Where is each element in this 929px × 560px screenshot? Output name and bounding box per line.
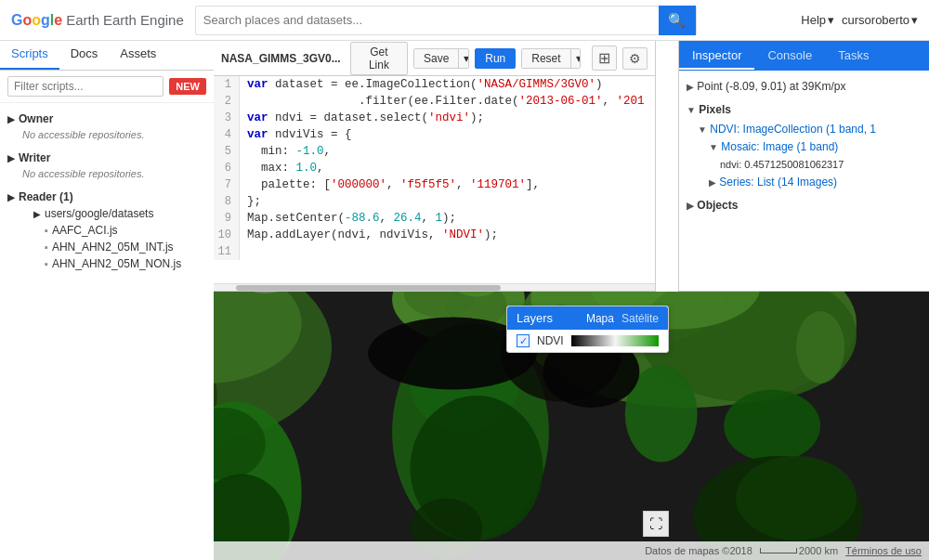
tab-assets[interactable]: Assets	[109, 41, 167, 70]
inspector-panel: Inspector Console Tasks ▶ Point (-8.09, …	[678, 41, 929, 292]
mosaic-item[interactable]: ▼ Mosaic: Image (1 band)	[687, 138, 922, 156]
code-lines: 1 var dataset = ee.ImageCollection('NASA…	[214, 76, 655, 260]
owner-label: Owner	[19, 112, 53, 125]
layers-title: Layers	[517, 311, 553, 325]
editor-scrollbar[interactable]	[214, 283, 655, 291]
reset-dropdown-button[interactable]: ▾	[571, 49, 581, 68]
ndvi-collection-label: NDVI: ImageCollection (1 band, 1	[710, 123, 876, 136]
logo: Google Earth Earth Engine	[11, 12, 184, 29]
code-line: 5 min: -1.0,	[214, 143, 655, 160]
owner-arrow: ▶	[7, 114, 15, 124]
file-icon: ▪	[45, 258, 48, 269]
user-dropdown-icon: ▾	[911, 13, 918, 27]
settings-button[interactable]: ⚙	[622, 47, 648, 70]
code-line: 7 palette: ['000000', 'f5f5f5', '119701'…	[214, 176, 655, 193]
objects-arrow: ▶	[687, 201, 694, 211]
search-button[interactable]: 🔍	[659, 6, 696, 35]
series-item[interactable]: ▶ Series: List (14 Images)	[687, 174, 922, 191]
terms-link[interactable]: Términos de uso	[845, 545, 922, 556]
pixels-header: ▼ Pixels	[687, 98, 922, 121]
reset-button-group: Reset ▾	[521, 48, 581, 69]
ndvi-checkbox[interactable]: ✓	[517, 334, 530, 347]
owner-section: ▶ Owner No accessible repositories.	[0, 107, 214, 146]
scripts-tree: ▶ Owner No accessible repositories. ▶ Wr…	[0, 103, 214, 560]
file-icon: ▪	[45, 241, 48, 253]
tab-tasks[interactable]: Tasks	[825, 43, 882, 70]
header-right: Help ▾ cursoroberto ▾	[801, 13, 918, 27]
pixels-arrow: ▼	[687, 105, 696, 115]
run-button[interactable]: Run	[475, 48, 516, 69]
code-editor[interactable]: 1 var dataset = ee.ImageCollection('NASA…	[214, 76, 655, 283]
logo-google: Google	[11, 12, 62, 29]
code-line: 11	[214, 243, 655, 260]
help-label: Help	[801, 13, 826, 27]
point-arrow: ▶	[687, 82, 694, 92]
search-icon: 🔍	[668, 12, 686, 29]
file-label: AHN_AHN2_05M_INT.js	[52, 241, 174, 254]
objects-header[interactable]: ▶ Objects	[687, 191, 922, 216]
owner-header[interactable]: ▶ Owner	[7, 111, 206, 127]
get-link-button[interactable]: Get Link	[350, 42, 408, 75]
file-label: AHN_AHN2_05M_NON.js	[52, 257, 181, 270]
file-icon: ▪	[45, 225, 48, 236]
file-label: AAFC_ACI.js	[52, 224, 118, 237]
grid-view-button[interactable]: ⊞	[592, 46, 617, 71]
svg-point-22	[796, 311, 844, 384]
reader-header[interactable]: ▶ Reader (1)	[7, 189, 206, 205]
folder-label: users/google/datasets	[45, 207, 153, 220]
reader-label: Reader (1)	[19, 190, 73, 203]
filter-scripts-input[interactable]	[7, 76, 164, 97]
objects-label: Objects	[697, 199, 738, 212]
save-button[interactable]: Save	[414, 49, 459, 68]
logo-earth-engine: Earth	[66, 12, 99, 28]
writer-section: ▶ Writer No accessible repositories.	[0, 146, 214, 185]
scrollbar-thumb	[236, 285, 501, 291]
satelite-button[interactable]: Satélite	[622, 312, 659, 325]
tab-inspector[interactable]: Inspector	[679, 43, 754, 70]
left-tabs: Scripts Docs Assets	[0, 41, 214, 71]
tab-console[interactable]: Console	[754, 43, 825, 70]
help-button[interactable]: Help ▾	[801, 13, 834, 27]
editor-filename: NASA_GIMMS_3GV0...	[221, 52, 341, 65]
series-label: Series: List (14 Images)	[719, 176, 837, 189]
search-input[interactable]	[196, 13, 659, 27]
code-line: 1 var dataset = ee.ImageCollection('NASA…	[214, 76, 655, 93]
scale-indicator: 2000 km	[760, 545, 838, 556]
writer-sub-label: No accessible repositories.	[7, 166, 206, 181]
reader-folder[interactable]: ▶ users/google/datasets	[19, 205, 206, 222]
writer-header[interactable]: ▶ Writer	[7, 150, 206, 166]
new-script-button[interactable]: NEW	[169, 78, 206, 95]
left-panel: Scripts Docs Assets NEW ▶ Owner No acces…	[0, 41, 214, 560]
search-bar: 🔍	[195, 6, 697, 35]
inspector-point: ▶ Point (-8.09, 9.01) at 39Km/px	[687, 76, 922, 98]
fullscreen-button[interactable]: ⛶	[643, 511, 669, 537]
tab-docs[interactable]: Docs	[59, 41, 110, 70]
list-item[interactable]: ▪ AHN_AHN2_05M_INT.js	[19, 239, 206, 255]
scale-label: 2000 km	[799, 545, 838, 556]
writer-label: Writer	[19, 151, 50, 164]
pixels-label: Pixels	[699, 103, 731, 116]
mosaic-label: Mosaic: Image (1 band)	[721, 140, 838, 153]
list-item[interactable]: ▪ AHN_AHN2_05M_NON.js	[19, 255, 206, 272]
ndvi-swatch	[571, 335, 659, 346]
svg-point-26	[736, 456, 857, 540]
code-line: 9 Map.setCenter(-88.6, 26.4, 1);	[214, 210, 655, 227]
tab-scripts[interactable]: Scripts	[0, 41, 59, 70]
writer-arrow: ▶	[7, 153, 15, 163]
series-arrow: ▶	[709, 177, 716, 188]
inspector-content: ▶ Point (-8.09, 9.01) at 39Km/px ▼ Pixel…	[679, 71, 929, 291]
ndvi-collection[interactable]: ▼ NDVI: ImageCollection (1 band, 1	[687, 121, 922, 138]
code-line: 10 Map.addLayer(ndvi, ndviVis, 'NDVI');	[214, 227, 655, 243]
point-label: Point (-8.09, 9.01) at 39Km/px	[697, 80, 845, 93]
folder-arrow: ▶	[33, 209, 41, 219]
layers-header: Layers Mapa Satélite	[507, 306, 668, 330]
user-button[interactable]: cursoroberto ▾	[842, 13, 918, 27]
ndvi-layer-item: ✓ NDVI	[507, 330, 668, 352]
save-dropdown-button[interactable]: ▾	[459, 49, 469, 68]
help-dropdown-icon: ▾	[828, 13, 834, 27]
reset-button[interactable]: Reset	[522, 49, 570, 68]
list-item[interactable]: ▪ AAFC_ACI.js	[19, 222, 206, 239]
mosaic-arrow: ▼	[709, 142, 718, 152]
mapa-button[interactable]: Mapa	[586, 312, 614, 325]
ndvi-collection-arrow: ▼	[698, 124, 707, 135]
